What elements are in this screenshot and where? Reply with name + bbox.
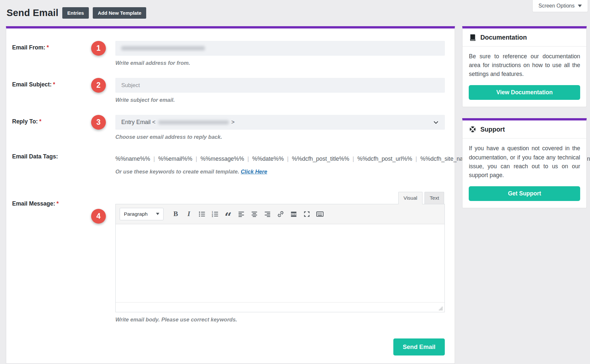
redacted-email-value — [158, 120, 229, 124]
email-from-label: Email From:* — [12, 41, 82, 66]
align-center-button[interactable] — [249, 209, 260, 219]
svg-text:3: 3 — [212, 215, 213, 217]
send-email-form-panel: Email From:* 1 Write email address for f… — [6, 26, 455, 364]
reply-to-select[interactable]: Entry Email < > — [115, 115, 445, 130]
editor-mode-tabs: Visual Text — [115, 192, 445, 204]
fullscreen-button[interactable] — [301, 209, 312, 219]
align-center-icon — [251, 210, 258, 218]
support-title: Support — [480, 126, 505, 133]
email-data-tags-list: %%name%%|%%email%%|%%message%%|%%date%%|… — [115, 152, 417, 164]
reply-to-help: Choose user email address to reply back. — [115, 134, 445, 140]
entries-button[interactable]: Entries — [62, 7, 89, 19]
email-subject-input[interactable] — [115, 78, 445, 93]
more-tag-icon — [290, 210, 297, 218]
numbered-list-icon: 1 2 3 — [211, 210, 219, 218]
align-left-button[interactable] — [236, 209, 247, 219]
italic-icon: I — [187, 210, 190, 218]
add-new-template-button[interactable]: Add New Template — [93, 7, 146, 19]
tag-separator: | — [353, 155, 354, 162]
life-ring-icon — [469, 125, 477, 133]
email-data-tag: %%dcfh_post_title%% — [292, 155, 349, 162]
required-asterisk: * — [39, 118, 41, 125]
support-box: Support If you have a question not cover… — [462, 118, 587, 208]
insert-link-button[interactable] — [275, 209, 286, 219]
reply-to-value-prefix: Entry Email < — [121, 119, 156, 126]
fullscreen-icon — [303, 210, 310, 218]
email-message-help: Write email body. Please use correct key… — [115, 317, 445, 323]
reply-to-value-suffix: > — [231, 119, 235, 126]
required-asterisk: * — [47, 44, 49, 51]
documentation-box: Documentation Be sure to reference our d… — [462, 26, 587, 107]
chevron-down-icon — [156, 213, 159, 215]
email-data-tag: %%dcfh_post_url%% — [357, 155, 412, 162]
keyboard-shortcuts-button[interactable] — [314, 209, 325, 219]
email-from-row: Email From:* 1 Write email address for f… — [12, 41, 445, 66]
read-more-tag-button[interactable] — [288, 209, 299, 219]
numbered-list-button[interactable]: 1 2 3 — [209, 209, 221, 219]
page-content: Email From:* 1 Write email address for f… — [0, 22, 590, 364]
book-icon — [469, 33, 477, 41]
italic-button[interactable]: I — [183, 209, 194, 219]
documentation-title: Documentation — [480, 34, 527, 41]
admin-top-bar: Send Email Entries Add New Template Scre… — [0, 0, 590, 22]
get-support-button[interactable]: Get Support — [469, 186, 580, 201]
email-data-tag: %%email%% — [158, 155, 192, 162]
redacted-email-value — [121, 46, 205, 50]
tag-separator: | — [247, 155, 249, 162]
documentation-text: Be sure to reference our documentation a… — [462, 46, 586, 81]
bulleted-list-button[interactable] — [196, 209, 207, 219]
tag-separator: | — [287, 155, 289, 162]
email-subject-help: Write subject for email. — [115, 97, 445, 103]
data-tags-row: Email Data Tags: %%name%%|%%email%%|%%me… — [12, 152, 445, 175]
tab-visual[interactable]: Visual — [398, 192, 423, 204]
sidebar: Documentation Be sure to reference our d… — [462, 26, 587, 208]
email-data-tag: %%date%% — [252, 155, 284, 162]
required-asterisk: * — [56, 200, 59, 207]
email-from-help: Write email address for from. — [115, 60, 445, 66]
align-right-icon — [264, 210, 271, 218]
bold-button[interactable]: B — [170, 209, 181, 219]
paragraph-format-select[interactable]: Paragraph — [120, 208, 164, 220]
email-message-label: Email Message:* — [12, 192, 82, 355]
chevron-down-icon — [433, 119, 439, 125]
editor-status-bar — [116, 302, 444, 312]
screen-options-label: Screen Options — [539, 3, 575, 9]
paragraph-format-label: Paragraph — [124, 211, 148, 217]
view-documentation-button[interactable]: View Documentation — [469, 85, 580, 100]
support-text: If you have a question not covered in th… — [462, 138, 586, 182]
wysiwyg-editor: Paragraph B I — [115, 204, 445, 312]
tag-separator: | — [416, 155, 417, 162]
screen-options-toggle[interactable]: Screen Options — [532, 0, 588, 12]
align-left-icon — [238, 210, 245, 218]
email-subject-label: Email Subject:* — [12, 78, 82, 103]
step-badge-2: 2 — [91, 78, 106, 93]
tag-separator: | — [196, 155, 197, 162]
step-badge-4: 4 — [91, 209, 106, 224]
email-subject-row: Email Subject:* 2 Write subject for emai… — [12, 78, 445, 103]
blockquote-button[interactable]: “ — [223, 209, 234, 219]
resize-handle[interactable] — [439, 306, 443, 311]
email-message-editor-area[interactable] — [116, 224, 444, 302]
tag-separator: | — [153, 155, 155, 162]
email-from-input[interactable] — [115, 41, 445, 56]
required-asterisk: * — [53, 81, 55, 88]
blockquote-icon: “ — [225, 215, 232, 219]
step-badge-3: 3 — [91, 115, 106, 130]
email-data-tag: %%name%% — [115, 155, 150, 162]
link-icon — [277, 210, 284, 218]
page-title: Send Email — [7, 8, 58, 18]
data-tags-label: Email Data Tags: — [12, 152, 82, 175]
align-right-button[interactable] — [262, 209, 273, 219]
keyboard-icon — [316, 210, 324, 218]
editor-toolbar: Paragraph B I — [116, 204, 444, 224]
chevron-down-icon — [578, 5, 582, 7]
send-email-button[interactable]: Send Email — [393, 338, 445, 355]
tab-text[interactable]: Text — [424, 192, 444, 204]
click-here-link[interactable]: Click Here — [241, 169, 267, 174]
bold-icon: B — [173, 210, 178, 218]
email-data-tag: %%message%% — [200, 155, 244, 162]
bulleted-list-icon — [198, 210, 206, 218]
reply-to-row: Reply To:* 3 Entry Email < > Choose user… — [12, 115, 445, 140]
reply-to-label: Reply To:* — [12, 115, 82, 140]
data-tags-help: Or use these keywords to create email te… — [115, 169, 445, 175]
